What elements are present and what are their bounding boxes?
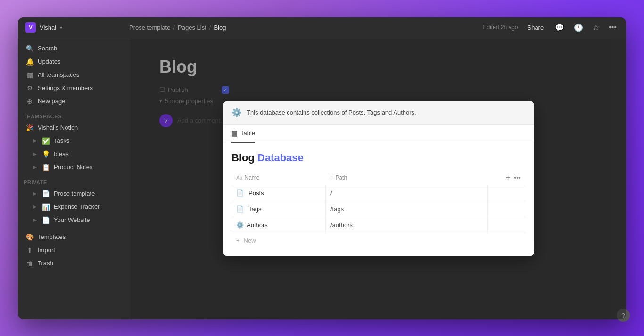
- modal-info-bar: ⚙️ This database contains collections of…: [223, 101, 534, 125]
- prose-chevron-icon: ▶: [33, 191, 37, 196]
- db-title: Blog Database: [231, 152, 526, 164]
- tags-doc-icon: 📄: [236, 205, 244, 213]
- row-authors-name: ⚙️ Authors: [231, 217, 326, 233]
- sidebar-ideas-label: Ideas: [54, 150, 69, 157]
- import-icon: ⬆: [25, 246, 34, 254]
- sidebar-item-product-notes[interactable]: ▶ 📋 Product Notes: [20, 161, 129, 174]
- authors-gear-icon: ⚙️: [236, 221, 244, 229]
- sidebar-import-label: Import: [38, 246, 55, 254]
- modal-tabs: ▦ Table: [223, 125, 534, 143]
- row-tags-name: 📄 Tags: [231, 201, 326, 217]
- col-header-path: ≡ Path: [326, 171, 501, 185]
- sidebar-settings-label: Settings & members: [38, 84, 93, 91]
- breadcrumb-item-2[interactable]: Pages List: [178, 24, 206, 31]
- sidebar-item-expense-tracker[interactable]: ▶ 📊 Expense Tracker: [20, 200, 129, 213]
- sidebar-item-new-page[interactable]: ⊕ New page: [20, 95, 129, 108]
- row-posts-name: 📄 Posts: [231, 185, 326, 201]
- plus-icon: +: [236, 237, 240, 244]
- tab-table[interactable]: ▦ Table: [231, 125, 255, 143]
- search-icon: 🔍: [25, 44, 34, 53]
- tasks-icon: ✅: [41, 137, 50, 145]
- sidebar: 🔍 Search 🔔 Updates ▦ All teamspaces ⚙ Se…: [18, 38, 131, 319]
- breadcrumb-current: Blog: [214, 24, 226, 31]
- table-icon: ▦: [231, 130, 238, 137]
- posts-doc-icon: 📄: [236, 189, 244, 197]
- templates-icon: 🎨: [25, 233, 34, 241]
- sidebar-item-search[interactable]: 🔍 Search: [20, 42, 129, 55]
- sidebar-item-vishal-notion[interactable]: 🎉 Vishal's Notion: [20, 121, 129, 134]
- history-icon-button[interactable]: 🕐: [572, 22, 585, 33]
- sidebar-prose-label: Prose template: [54, 190, 95, 197]
- main-layout: 🔍 Search 🔔 Updates ▦ All teamspaces ⚙ Se…: [18, 38, 626, 319]
- sidebar-item-settings[interactable]: ⚙ Settings & members: [20, 82, 129, 95]
- user-avatar: V: [25, 22, 36, 33]
- sidebar-item-trash[interactable]: 🗑 Trash: [20, 257, 129, 270]
- ideas-icon: 💡: [41, 150, 50, 158]
- teamspaces-icon: ▦: [25, 71, 34, 79]
- row-posts-path: /: [326, 185, 488, 201]
- breadcrumb-item-1[interactable]: Prose template: [129, 24, 170, 31]
- private-section-label: Private: [18, 174, 131, 187]
- share-button[interactable]: Share: [523, 23, 547, 32]
- modal-overlay: ⚙️ This database contains collections of…: [131, 38, 626, 319]
- table-row: 📄 Tags /tags: [231, 201, 526, 217]
- updates-icon: 🔔: [25, 57, 34, 66]
- sidebar-item-import[interactable]: ⬆ Import: [20, 244, 129, 257]
- col-header-actions: + •••: [501, 171, 526, 185]
- add-new-row-button[interactable]: + New: [231, 233, 526, 248]
- tab-table-label: Table: [240, 130, 255, 137]
- sidebar-item-all-teamspaces[interactable]: ▦ All teamspaces: [20, 68, 129, 82]
- table-header-row: Aa Name ≡ Path + •••: [231, 171, 526, 185]
- ideas-chevron-icon: ▶: [33, 151, 37, 156]
- sidebar-product-notes-label: Product Notes: [54, 164, 92, 171]
- expense-icon: 📊: [41, 203, 50, 211]
- sidebar-teamspaces-label: All teamspaces: [38, 71, 79, 78]
- sidebar-updates-label: Updates: [38, 58, 60, 65]
- app-window: V Vishal ▾ Prose template / Pages List /…: [18, 17, 626, 319]
- top-bar: V Vishal ▾ Prose template / Pages List /…: [18, 17, 626, 38]
- add-column-button[interactable]: +: [506, 173, 510, 182]
- sidebar-your-website-label: Your Website: [54, 216, 90, 223]
- sidebar-trash-label: Trash: [38, 260, 53, 267]
- teamspaces-section-label: Teamspaces: [18, 108, 131, 121]
- row-tags-extra: [488, 201, 526, 217]
- more-options-button[interactable]: •••: [607, 22, 619, 33]
- more-columns-button[interactable]: •••: [514, 174, 521, 181]
- list-icon: ≡: [330, 175, 333, 180]
- breadcrumb-sep-2: /: [209, 24, 211, 31]
- table-row: 📄 Posts /: [231, 185, 526, 201]
- modal-db-content: Blog Database Aa Name ≡ Path: [223, 143, 534, 256]
- top-bar-right: Edited 2h ago Share 💬 🕐 ☆ •••: [483, 22, 619, 33]
- sidebar-item-tasks[interactable]: ▶ ✅ Tasks: [20, 134, 129, 148]
- row-tags-path: /tags: [326, 201, 488, 217]
- user-name: Vishal: [40, 24, 56, 31]
- sidebar-search-label: Search: [38, 45, 57, 52]
- star-icon-button[interactable]: ☆: [591, 22, 601, 33]
- table-row: ⚙️ Authors /authors: [231, 217, 526, 233]
- expense-chevron-icon: ▶: [33, 204, 37, 209]
- col-header-name: Aa Name: [231, 171, 326, 185]
- settings-icon: ⚙: [25, 84, 34, 92]
- row-posts-extra: [488, 185, 526, 201]
- product-notes-chevron-icon: ▶: [33, 164, 37, 170]
- sidebar-item-updates[interactable]: 🔔 Updates: [20, 55, 129, 68]
- website-icon: 📄: [41, 216, 50, 224]
- aa-icon: Aa: [236, 175, 242, 180]
- sidebar-templates-label: Templates: [38, 233, 66, 240]
- new-page-icon: ⊕: [25, 97, 34, 106]
- row-authors-extra: [488, 217, 526, 233]
- content-area: Blog ☐ Publish ✓ ▾ 5 more properties V A…: [131, 38, 626, 319]
- sidebar-new-page-label: New page: [38, 98, 66, 105]
- product-notes-icon: 📋: [41, 163, 50, 172]
- row-authors-path: /authors: [326, 217, 488, 233]
- trash-icon: 🗑: [25, 259, 34, 268]
- sidebar-item-templates[interactable]: 🎨 Templates: [20, 230, 129, 244]
- sidebar-item-ideas[interactable]: ▶ 💡 Ideas: [20, 148, 129, 161]
- chevron-down-icon: ▾: [60, 25, 62, 30]
- breadcrumb: Prose template / Pages List / Blog: [129, 24, 483, 31]
- comment-icon-button[interactable]: 💬: [553, 22, 566, 33]
- sidebar-item-your-website[interactable]: ▶ 📄 Your Website: [20, 213, 129, 227]
- modal-info-text: This database contains collections of Po…: [247, 109, 416, 116]
- sidebar-item-prose-template[interactable]: ▶ 📄 Prose template: [20, 187, 129, 200]
- top-bar-left: V Vishal ▾: [25, 22, 129, 33]
